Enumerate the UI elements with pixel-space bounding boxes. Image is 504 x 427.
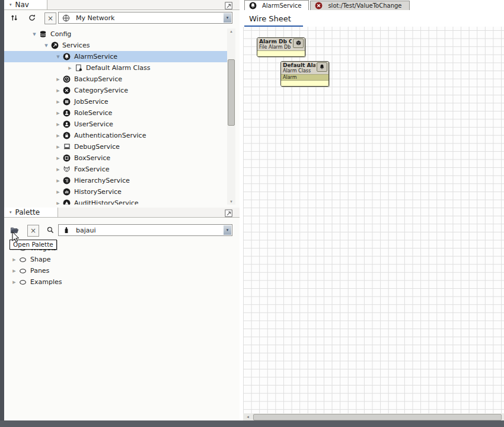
tree-item-label: DebugService	[74, 143, 120, 151]
block-slot-row[interactable]	[281, 80, 328, 86]
chevron-down-icon[interactable]: ▾	[224, 13, 231, 23]
window-bottom-edge	[0, 420, 504, 427]
services-icon	[50, 42, 59, 50]
palette-toolbar: × bajaui ▾	[4, 224, 240, 237]
nav-tree-scrollbar[interactable]: ▴ ▾	[227, 28, 235, 205]
tree-item-userservice[interactable]: ▶UserService	[4, 119, 227, 130]
close-palette-button[interactable]: ×	[27, 225, 39, 237]
oval-icon	[18, 267, 27, 275]
oval-icon	[18, 278, 27, 286]
expand-arrow-icon[interactable]: ▶	[55, 190, 62, 195]
collapse-arrow-icon[interactable]: ▼	[55, 55, 62, 59]
wire-sheet-canvas[interactable]: Alarm Db CoFile Alarm Db CDefault AlarmA…	[243, 27, 504, 413]
debug-icon	[62, 143, 71, 151]
expand-arrow-icon[interactable]: ▶	[66, 66, 74, 71]
scroll-up-icon[interactable]: ▴	[227, 28, 235, 34]
expand-arrow-icon[interactable]: ▶	[55, 111, 62, 116]
block-header: Alarm Db CoFile Alarm Db C	[257, 38, 305, 50]
chevron-down-icon[interactable]: ▾	[224, 225, 231, 235]
module-combobox[interactable]: bajaui ▾	[58, 224, 232, 236]
wiresheet-block-default-alarm[interactable]: Default AlarmAlarm ClassAlarm	[280, 61, 329, 87]
tree-item-alarmservice[interactable]: ▼AlarmService	[4, 51, 227, 62]
expand-arrow-icon[interactable]: ▶	[55, 88, 62, 93]
tree-item-label: CategoryService	[74, 87, 128, 94]
palette-panel-title: Palette	[15, 208, 40, 216]
wire-sheet-view-tab[interactable]: Wire Sheet	[244, 11, 303, 27]
open-palette-tooltip: Open Palette	[9, 240, 57, 250]
scrollbar-thumb[interactable]	[253, 414, 502, 420]
expand-arrow-icon[interactable]: ▶	[55, 122, 62, 127]
expand-arrow-icon[interactable]: ▶	[55, 179, 62, 183]
expand-arrow-icon[interactable]: ▶	[55, 167, 62, 172]
tree-item-roleservice[interactable]: ▶RoleService	[4, 107, 227, 119]
panel-collapse-icon[interactable]: ▾	[9, 2, 12, 7]
expand-arrow-icon[interactable]: ▶	[55, 77, 62, 82]
side-bar: ▾ Nav × My Network ▾ ▼Config▼Services▼Al…	[4, 0, 240, 420]
network-combobox[interactable]: My Network ▾	[58, 12, 232, 24]
document-tab-alarmservice[interactable]: AlarmService	[244, 0, 309, 10]
tree-item-label: HistoryService	[74, 188, 122, 196]
palette-panel-tab[interactable]: ▾ Palette	[4, 208, 58, 217]
fox-icon	[62, 165, 71, 174]
tree-item-label: AuthenticationService	[74, 132, 146, 139]
expand-arrow-icon[interactable]: ▶	[55, 156, 62, 161]
expand-arrow-icon[interactable]: ▶	[55, 100, 62, 104]
job-icon	[62, 98, 71, 106]
backup-icon	[62, 75, 71, 84]
open-palette-button[interactable]	[8, 224, 20, 236]
tree-item-debugservice[interactable]: ▶DebugService	[4, 141, 227, 152]
expand-arrow-icon[interactable]: ▶	[11, 280, 18, 285]
collapse-arrow-icon[interactable]: ▼	[31, 32, 38, 37]
tree-item-backupservice[interactable]: ▶BackupService	[4, 74, 227, 85]
tree-item-authenticationservice[interactable]: ▶AuthenticationService	[4, 130, 227, 141]
alarm-icon	[248, 1, 257, 9]
canvas-horizontal-scrollbar[interactable]: ◂	[243, 413, 504, 420]
refresh-button[interactable]	[26, 12, 38, 24]
tree-item-hierarchyservice[interactable]: ▶HierarchyService	[4, 175, 227, 186]
scrollbar-thumb[interactable]	[228, 59, 235, 126]
nav-panel: ▾ Nav × My Network ▾ ▼Config▼Services▼Al…	[4, 0, 240, 208]
tree-item-label: BoxService	[74, 154, 110, 162]
tree-item-default-alarm-class[interactable]: ▶Default Alarm Class	[4, 62, 227, 74]
popout-icon[interactable]	[225, 1, 233, 9]
network-combobox-value: My Network	[76, 14, 114, 22]
tree-item-services[interactable]: ▼Services	[4, 40, 227, 51]
expand-arrow-icon[interactable]: ▶	[55, 201, 62, 205]
nav-panel-tab[interactable]: ▾ Nav	[4, 0, 47, 9]
scroll-left-icon[interactable]: ◂	[244, 413, 251, 420]
panel-collapse-icon[interactable]: ▾	[9, 210, 12, 215]
expand-arrow-icon[interactable]: ▶	[55, 145, 62, 149]
sort-button[interactable]	[8, 12, 20, 24]
search-palette-button[interactable]	[44, 224, 56, 236]
tree-item-foxservice[interactable]: ▶FoxService	[4, 164, 227, 175]
expand-arrow-icon[interactable]: ▶	[11, 269, 18, 273]
nav-tree: ▼Config▼Services▼AlarmService▶Default Al…	[4, 28, 227, 205]
tree-item-jobservice[interactable]: ▶JobService	[4, 96, 227, 107]
tree-item-shape[interactable]: ▶Shape	[4, 254, 235, 265]
tree-item-label: Default Alarm Class	[85, 64, 151, 72]
block-slot-row[interactable]: Alarm	[281, 74, 328, 80]
tree-item-label: HierarchyService	[74, 177, 130, 184]
tree-item-categoryservice[interactable]: ▶CategoryService	[4, 85, 227, 96]
tree-item-label: Config	[50, 30, 71, 38]
wiresheet-block-alarm-db-co[interactable]: Alarm Db CoFile Alarm Db C	[257, 37, 305, 57]
module-combobox-value: bajaui	[76, 227, 96, 234]
tree-item-examples[interactable]: ▶Examples	[4, 276, 235, 288]
tree-item-historyservice[interactable]: ▶HistoryService	[4, 186, 227, 197]
scroll-down-icon[interactable]: ▾	[227, 199, 235, 205]
document-tab-slot-test-valuetochange[interactable]: slot:/Test/ValueToChange	[310, 1, 409, 10]
tree-item-panes[interactable]: ▶Panes	[4, 265, 235, 276]
expand-arrow-icon[interactable]: ▶	[11, 257, 18, 262]
tree-item-boxservice[interactable]: ▶BoxService	[4, 152, 227, 164]
tree-item-audithistoryservice[interactable]: ▶AuditHistoryService	[4, 197, 227, 205]
database-icon	[39, 30, 47, 39]
tree-item-label: UserService	[74, 120, 113, 128]
expand-arrow-icon[interactable]: ▶	[55, 133, 62, 138]
popout-icon[interactable]	[225, 209, 233, 217]
tree-item-label: AlarmService	[74, 53, 117, 60]
collapse-arrow-icon[interactable]: ▼	[43, 43, 50, 48]
block-subtitle: File Alarm Db C	[259, 44, 292, 50]
block-slot-row[interactable]	[257, 50, 305, 56]
close-button[interactable]: ×	[44, 12, 56, 24]
tree-item-config[interactable]: ▼Config	[4, 28, 227, 40]
